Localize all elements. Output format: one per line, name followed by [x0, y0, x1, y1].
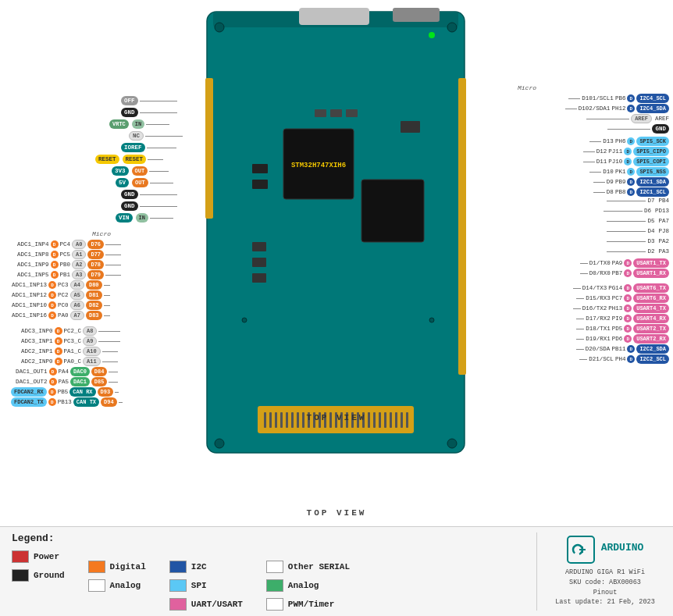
legend-label-uart: UART/USART — [191, 600, 243, 609]
pin-ioref: IOREF — [121, 143, 176, 152]
pin-d3-port: PA2 — [658, 238, 669, 244]
pin-can-tx-func: FDCAN2_TX — [11, 397, 47, 407]
legend-area: Legend: Power Ground Digital — [0, 526, 673, 616]
pin-d3: D3 PA2 — [607, 238, 669, 244]
pin-3v3-label: 3V3 — [112, 166, 129, 176]
pin-can-rx-dot: D — [48, 388, 56, 396]
svg-rect-2 — [299, 8, 369, 25]
pin-d19: D19/RX1 PD6 D USART2_RX — [576, 334, 669, 344]
pin-a1-port: PC5 — [60, 251, 71, 258]
pin-reset: RESET RESET — [95, 155, 163, 164]
svg-point-52 — [429, 318, 434, 322]
svg-rect-50 — [252, 273, 266, 283]
svg-rect-9 — [252, 180, 268, 189]
pin-can-tx-dot: D — [48, 398, 56, 406]
pin-gnd1-label: GND — [121, 108, 138, 117]
pin-can-tx-port: PB13 — [58, 399, 72, 405]
pin-d18-dig: D18/TX1 — [586, 326, 611, 332]
legend-col-3: I2C SPI UART/USART — [169, 532, 243, 611]
svg-rect-3 — [393, 8, 440, 22]
pin-d11-dig: D11 — [596, 158, 607, 165]
pin-can-rx-can: CAN RX — [69, 387, 95, 397]
svg-rect-16 — [280, 412, 283, 428]
pin-d13-dig: D13 — [603, 138, 614, 144]
pin-d10-dig: D10 — [603, 169, 614, 175]
svg-rect-15 — [275, 412, 277, 428]
arduino-info: ARDUINO GIGA R1 WiFi SKU code: ABX00063 … — [555, 568, 655, 607]
legend-swatch-serial — [266, 561, 283, 573]
pin-d20-port: PB11 — [611, 346, 625, 352]
micro-label-left: Micro — [92, 230, 111, 237]
pin-a2-an: A2 — [72, 260, 86, 269]
pin-a6-func: ADC1_INP10 — [12, 302, 47, 308]
pin-d5: D5 PA7 — [607, 218, 669, 224]
pin-a1: ADC1_INP8 D PC5 A1 D77 — [17, 250, 121, 259]
pin-d18: D18/TX1 PD5 D USART2_TX — [576, 324, 669, 333]
pin-d16: D16/TX2 PH13 D USART4_TX — [573, 304, 669, 313]
legend-item-uart: UART/USART — [169, 598, 243, 611]
pin-5v-out: OUT — [132, 178, 148, 187]
pin-d21: D21/SCL PH4 D I2C2_SCL — [579, 354, 669, 364]
pin-d0: D0/RX0 PB7 D USART1_RX — [580, 269, 669, 278]
pin-d1-serial: USART1_TX — [633, 258, 669, 268]
pin-d7: D7 PB4 — [607, 198, 669, 204]
pin-d14: D14/TX3 PG14 D USART6_TX — [573, 283, 669, 293]
svg-rect-37 — [395, 412, 397, 428]
pin-a6-dig: D82 — [86, 301, 102, 310]
pin-d15: D15/RX3 PC7 D USART6_RX — [576, 294, 669, 303]
legend-swatch-analog — [88, 579, 105, 592]
svg-rect-14 — [269, 412, 272, 428]
pin-3v3: 3V3 OUT — [112, 166, 169, 176]
svg-rect-32 — [368, 412, 370, 428]
pin-a6-dot: D — [48, 301, 56, 309]
pin-a6-port: PC0 — [58, 302, 69, 308]
pin-d0-serial: USART1_RX — [633, 269, 669, 278]
pin-d4-port: PJ8 — [658, 228, 669, 234]
pin-dac1-port: PA5 — [59, 379, 69, 385]
arduino-logo-area: ARDUINO ARDUINO GIGA R1 WiFi SKU code: A… — [536, 532, 661, 611]
pin-d15-port: PC7 — [612, 295, 623, 301]
pin-a0-port: PC4 — [60, 241, 71, 247]
pin-d2-dig: D2 — [647, 248, 654, 255]
pin-d9: D9 PB9 D I2C1_SDA — [593, 177, 669, 187]
pin-d102-func: D102/SDA1 — [579, 105, 611, 112]
pin-d16-port: PH13 — [608, 305, 622, 312]
svg-rect-20 — [302, 412, 304, 428]
pin-a11-an: A11 — [83, 357, 101, 366]
pin-d101-func: D101/SCL1 — [582, 95, 614, 101]
pin-dac0-dot: D — [49, 368, 57, 376]
pin-d0-port: PB7 — [612, 270, 623, 276]
pin-d1-dig: D1/TX0 — [589, 260, 611, 266]
pin-d17: D17/RX2 PI9 D USART4_RX — [576, 314, 669, 323]
pin-a9-func: ADC3_INP1 — [21, 338, 53, 344]
pin-a3-an: A3 — [72, 270, 86, 280]
pin-d101-port: PB6 — [615, 95, 626, 101]
main-container: STM32H747XIH6 — [0, 0, 673, 616]
svg-rect-19 — [297, 412, 299, 428]
pin-d19-port: PD6 — [612, 336, 623, 342]
pin-d13: D13 PH6 D SPI5_SCK — [589, 137, 669, 146]
pin-d14-port: PG14 — [608, 285, 622, 291]
pin-d12-serial: SPI5_CIPO — [633, 147, 669, 156]
legend-swatch-pwm — [266, 598, 283, 611]
arduino-sku: SKU code: ABX00063 — [555, 578, 655, 588]
top-view-label: TOP VIEW — [307, 413, 367, 422]
pin-a0-func: ADC1_INP4 — [17, 241, 49, 247]
pin-a5-an: A5 — [70, 290, 84, 300]
pin-d14-dot: D — [624, 284, 632, 292]
pin-a3-dig: D79 — [87, 270, 104, 280]
pin-d102-dot: D — [627, 105, 635, 112]
pin-a1-an: A1 — [72, 250, 86, 259]
legend-label-spi: SPI — [191, 581, 207, 590]
svg-rect-49 — [252, 258, 266, 267]
pin-a8-dot: D — [55, 327, 62, 335]
legend-item-i2c: I2C — [169, 561, 243, 573]
svg-rect-4 — [205, 78, 213, 219]
pin-gnd2-label: GND — [121, 190, 138, 199]
pin-vrtc-label: VRTC — [109, 119, 129, 129]
pin-gnd3: GND — [121, 201, 177, 211]
pin-d7-port: PB4 — [658, 198, 669, 204]
pin-a9-port: PC3_C — [64, 338, 82, 344]
legend-title: Legend: — [12, 532, 55, 544]
pin-dac1-dac: DAC1 — [70, 377, 90, 386]
